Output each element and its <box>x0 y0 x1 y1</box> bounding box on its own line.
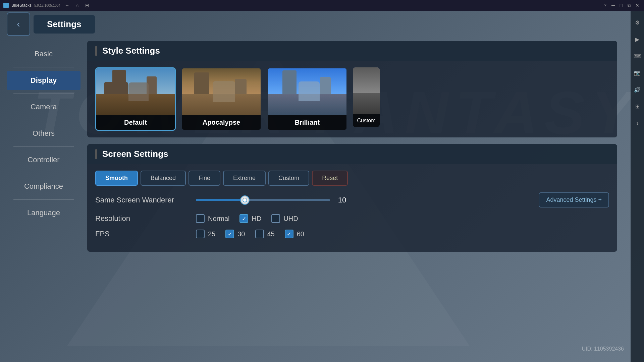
close-button[interactable]: ✕ <box>634 2 641 9</box>
fps-options: 25 ✓ 30 45 <box>196 230 304 238</box>
back-icon: ‹ <box>17 19 20 29</box>
fps-30-checkbox[interactable]: ✓ <box>225 230 234 238</box>
nav-home-icon[interactable]: ⌂ <box>73 1 81 9</box>
wanderer-slider-track[interactable] <box>196 199 330 201</box>
scene-tower-apoc <box>213 81 235 102</box>
quality-btn-custom[interactable]: Custom <box>268 171 309 186</box>
quality-btn-fine[interactable]: Fine <box>189 171 220 186</box>
fps-label: FPS <box>95 230 189 238</box>
fps-45-group: 45 <box>255 230 275 238</box>
nav-item-basic[interactable]: Basic <box>7 44 80 64</box>
screen-settings-title: Screen Settings <box>102 149 168 159</box>
fps-25-group: 25 <box>196 230 215 238</box>
slider-thumb[interactable] <box>240 195 250 205</box>
settings-title-box: Settings <box>34 15 95 34</box>
screen-settings-content: Smooth Balanced Fine Extreme Custom Rese… <box>87 164 617 252</box>
scene-brilliant <box>268 68 347 115</box>
nav-divider-3 <box>13 120 74 120</box>
advanced-settings-button[interactable]: Advanced Settings + <box>539 192 609 207</box>
settings-panel: ‹ Settings Basic Display Camera Others C… <box>0 11 644 362</box>
quality-btn-reset[interactable]: Reset <box>312 171 348 186</box>
nav-back-icon[interactable]: ← <box>63 1 71 9</box>
resolution-normal-checkbox[interactable] <box>196 214 205 223</box>
checkbox-check-60: ✓ <box>287 231 291 237</box>
fps-25-label: 25 <box>208 230 215 238</box>
scene-tower-bri <box>299 81 319 101</box>
sidebar-icon-7[interactable]: ↕ <box>632 118 642 128</box>
style-card-img-custom <box>353 67 380 114</box>
slider-container: 10 <box>196 196 532 204</box>
scene-ground-custom <box>353 93 380 114</box>
fps-30-group: ✓ 30 <box>225 230 245 238</box>
fps-45-checkbox[interactable] <box>255 230 264 238</box>
fps-30-label: 30 <box>237 230 245 238</box>
app-body: TOWER FANTASY ‹ Settings Basic Display C… <box>0 11 644 362</box>
style-card-img-default <box>96 68 176 115</box>
style-settings-title: Style Settings <box>102 46 160 56</box>
titlebar-left: BlueStacks 5.9.12.1005.1004 ← ⌂ ⊟ <box>3 1 91 9</box>
resolution-hd-checkbox[interactable]: ✓ <box>239 214 248 223</box>
sidebar-icon-5[interactable]: 🔊 <box>632 84 642 95</box>
wanderer-label: Same Screen Wanderer <box>95 196 189 204</box>
scene-tower <box>128 82 149 101</box>
resolution-uhd-checkbox[interactable] <box>271 214 280 223</box>
screen-settings-section: Screen Settings Smooth Balanced Fine Ext… <box>87 144 617 252</box>
quality-btn-smooth[interactable]: Smooth <box>95 171 138 186</box>
fps-25-checkbox[interactable] <box>196 230 205 238</box>
nav-item-others[interactable]: Others <box>7 124 80 143</box>
resolution-hd-label: HD <box>252 215 261 223</box>
style-card-custom[interactable]: Custom <box>353 67 380 127</box>
sidebar-icon-3[interactable]: ⌨ <box>632 51 642 61</box>
style-settings-content: Default <box>87 61 617 137</box>
screen-settings-header: Screen Settings <box>87 144 617 164</box>
nav-divider-2 <box>13 94 74 94</box>
nav-item-compliance[interactable]: Compliance <box>7 177 80 196</box>
minimize-button[interactable]: ─ <box>610 2 616 9</box>
scene-rock-bri-1 <box>282 70 297 97</box>
main-content: Basic Display Camera Others Controller C… <box>0 38 644 362</box>
style-card-img-brilliant <box>268 68 347 115</box>
nav-item-language[interactable]: Language <box>7 203 80 223</box>
style-card-default[interactable]: Default <box>95 67 176 131</box>
scene-sky-custom <box>353 67 380 96</box>
style-settings-header: Style Settings <box>87 41 617 61</box>
quality-btn-extreme[interactable]: Extreme <box>223 171 266 186</box>
nav-divider-6 <box>13 199 74 200</box>
restore-button[interactable]: ⧉ <box>626 2 633 9</box>
style-card-label-apocalypse: Apocalypse <box>182 115 261 130</box>
fps-60-group: ✓ 60 <box>285 230 304 238</box>
help-icon[interactable]: ? <box>602 2 608 9</box>
resolution-normal-label: Normal <box>208 215 229 223</box>
sidebar-icon-1[interactable]: ⚙ <box>632 17 642 27</box>
nav-item-display[interactable]: Display <box>7 71 80 90</box>
window-controls: ? ─ □ ⧉ ✕ <box>602 2 641 9</box>
content-area: Style Settings <box>87 38 637 362</box>
sidebar-icon-2[interactable]: ▶ <box>632 34 642 44</box>
nav-divider-1 <box>13 67 74 67</box>
style-grid: Default <box>95 67 609 131</box>
resolution-normal-group: Normal <box>196 214 229 223</box>
quality-btn-balanced[interactable]: Balanced <box>141 171 186 186</box>
fps-60-checkbox[interactable]: ✓ <box>285 230 293 238</box>
nav-bookmark-icon[interactable]: ⊟ <box>83 1 91 9</box>
style-card-brilliant[interactable]: Brilliant <box>267 67 347 131</box>
wanderer-value: 10 <box>335 196 349 204</box>
maximize-button[interactable]: □ <box>618 2 625 9</box>
sidebar-icon-4[interactable]: 📷 <box>632 68 642 78</box>
scene-rock-bri-2 <box>320 77 331 97</box>
nav-item-controller[interactable]: Controller <box>7 150 80 170</box>
fps-row: FPS 25 ✓ 30 <box>95 230 609 238</box>
app-icon <box>3 3 9 8</box>
style-card-img-apocalypse <box>182 68 262 115</box>
back-button[interactable]: ‹ <box>7 12 30 36</box>
scene-rock-apoc-1 <box>194 72 209 98</box>
sidebar-icon-6[interactable]: ⊞ <box>632 101 642 111</box>
fps-60-label: 60 <box>297 230 304 238</box>
style-card-apocalypse[interactable]: Apocalypse <box>181 67 262 131</box>
resolution-uhd-label: UHD <box>283 215 298 223</box>
titlebar-nav: ← ⌂ ⊟ <box>63 1 91 9</box>
nav-item-camera[interactable]: Camera <box>7 97 80 117</box>
style-card-label-brilliant: Brilliant <box>268 115 346 130</box>
style-card-label-custom: Custom <box>353 114 380 127</box>
checkbox-check-hd: ✓ <box>242 216 246 222</box>
